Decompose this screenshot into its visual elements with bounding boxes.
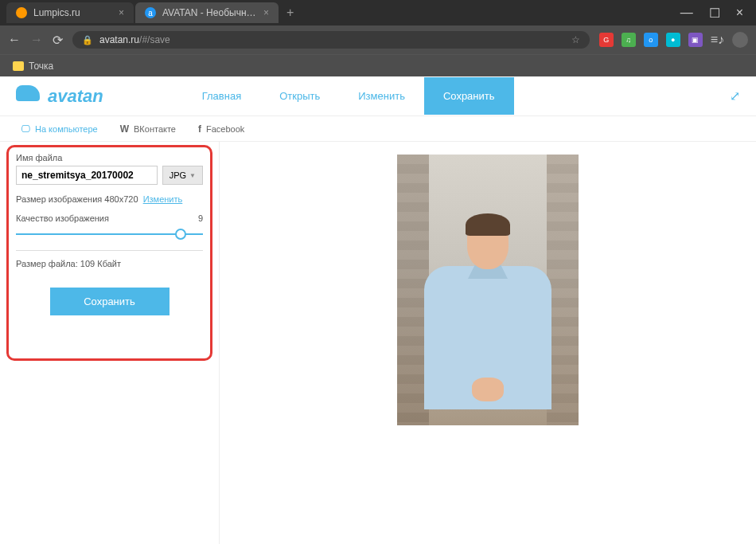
nav-save[interactable]: Сохранить bbox=[424, 77, 514, 115]
logo[interactable]: avatan bbox=[16, 85, 103, 108]
nav-open[interactable]: Открыть bbox=[260, 77, 339, 115]
tab-computer[interactable]: 🖵 На компьютере bbox=[10, 123, 109, 135]
nav-change[interactable]: Изменить bbox=[339, 77, 424, 115]
window-controls: — ☐ × bbox=[668, 6, 756, 21]
save-destination-tabs: 🖵 На компьютере W ВКонтакте f Facebook bbox=[0, 116, 756, 142]
main-nav: Главная Открыть Изменить Сохранить bbox=[183, 77, 514, 115]
format-dropdown[interactable]: JPG ▼ bbox=[162, 166, 203, 185]
logo-text: avatan bbox=[48, 86, 103, 107]
computer-icon: 🖵 bbox=[21, 123, 30, 135]
quality-row: Качество изображения 9 bbox=[16, 213, 203, 223]
bookmark-folder[interactable]: Точка bbox=[13, 61, 53, 72]
vk-icon: W bbox=[120, 123, 129, 135]
tab-title: Lumpics.ru bbox=[33, 7, 112, 18]
extension-icon[interactable]: ♫ bbox=[622, 33, 636, 47]
whale-icon bbox=[16, 85, 45, 108]
filename-label: Имя файла bbox=[16, 153, 203, 162]
minimize-icon[interactable]: — bbox=[680, 6, 693, 21]
favicon-icon bbox=[16, 7, 27, 18]
extension-icon[interactable]: G bbox=[599, 33, 614, 47]
url-input[interactable]: 🔒 avatan.ru/#/save ☆ bbox=[72, 31, 590, 49]
quality-slider[interactable] bbox=[16, 228, 203, 241]
facebook-icon: f bbox=[198, 123, 201, 135]
browser-tab-lumpics[interactable]: Lumpics.ru × bbox=[6, 2, 134, 23]
filename-input[interactable] bbox=[16, 166, 158, 185]
nav-home[interactable]: Главная bbox=[183, 77, 260, 115]
expand-icon[interactable]: ⤢ bbox=[730, 88, 740, 104]
favicon-icon: a bbox=[145, 7, 156, 18]
save-button[interactable]: Сохранить bbox=[50, 288, 170, 315]
slider-thumb[interactable] bbox=[175, 229, 186, 240]
folder-icon bbox=[13, 61, 24, 71]
tab-title: AVATAN - Необычный Фоторед bbox=[162, 7, 257, 18]
extension-icon[interactable]: ● bbox=[666, 33, 680, 47]
tab-facebook[interactable]: f Facebook bbox=[187, 123, 255, 135]
image-preview-area bbox=[220, 142, 756, 544]
maximize-icon[interactable]: ☐ bbox=[709, 6, 720, 21]
close-icon[interactable]: × bbox=[119, 7, 124, 18]
back-button[interactable]: ← bbox=[8, 33, 21, 47]
playlist-icon[interactable]: ≡♪ bbox=[711, 33, 724, 47]
tab-bar: Lumpics.ru × a AVATAN - Необычный Фоторе… bbox=[0, 0, 756, 25]
address-bar: ← → ⟳ 🔒 avatan.ru/#/save ☆ G ♫ o ● ▣ ≡♪ bbox=[0, 25, 756, 54]
filesize-row: Размер файла: 109 Кбайт bbox=[16, 250, 203, 276]
reload-button[interactable]: ⟳ bbox=[53, 33, 63, 48]
extension-icon[interactable]: o bbox=[644, 33, 658, 47]
bookmark-bar: Точка bbox=[0, 54, 756, 76]
extension-icon[interactable]: ▣ bbox=[688, 33, 703, 47]
extension-icons: G ♫ o ● ▣ ≡♪ bbox=[599, 32, 748, 48]
bookmark-star-icon[interactable]: ☆ bbox=[571, 34, 580, 45]
quality-value: 9 bbox=[198, 213, 203, 223]
preview-image bbox=[397, 155, 579, 425]
profile-avatar[interactable] bbox=[732, 32, 748, 48]
site-header: avatan Главная Открыть Изменить Сохранит… bbox=[0, 76, 756, 116]
new-tab-button[interactable]: + bbox=[279, 6, 302, 20]
save-settings-panel: Имя файла JPG ▼ Размер изображения 480x7… bbox=[0, 142, 220, 544]
chevron-down-icon: ▼ bbox=[189, 172, 196, 179]
forward-button[interactable]: → bbox=[30, 33, 43, 47]
lock-icon: 🔒 bbox=[82, 35, 93, 45]
browser-tab-avatan[interactable]: a AVATAN - Необычный Фоторед × bbox=[135, 2, 279, 23]
tab-vkontakte[interactable]: W ВКонтакте bbox=[109, 123, 187, 135]
change-size-link[interactable]: Изменить bbox=[143, 194, 183, 204]
close-icon[interactable]: × bbox=[263, 7, 269, 18]
image-size-row: Размер изображения 480x720 Изменить bbox=[16, 194, 203, 204]
close-icon[interactable]: × bbox=[736, 6, 743, 21]
